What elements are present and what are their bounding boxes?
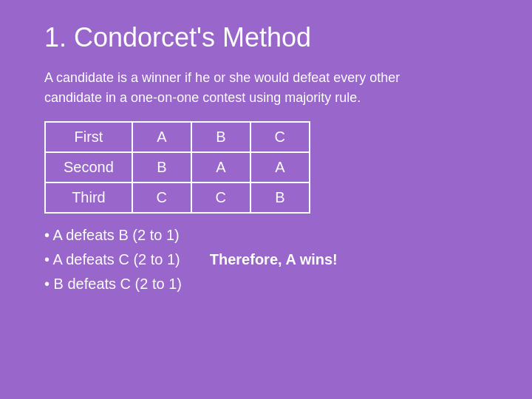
description-line2: candidate in a one-on-one contest using … (44, 90, 361, 105)
row-label: Second (45, 152, 132, 183)
table-row: FirstABC (45, 122, 310, 152)
table-row: ThirdCCB (45, 183, 310, 213)
bullet-row-1: • A defeats B (2 to 1) (44, 227, 495, 244)
bullet-1: • A defeats B (2 to 1) (44, 227, 180, 244)
row-label: Third (45, 183, 132, 213)
bullet-row-2: • A defeats C (2 to 1) Therefore, A wins… (44, 251, 495, 268)
voting-table-container: FirstABCSecondBAAThirdCCB (44, 121, 495, 214)
row-cell: B (191, 122, 250, 152)
row-label: First (45, 122, 132, 152)
row-cell: B (132, 152, 191, 183)
description: A candidate is a winner if he or she wou… (44, 68, 495, 108)
row-cell: C (250, 122, 310, 152)
row-cell: A (191, 152, 250, 183)
row-cell: B (250, 183, 310, 213)
row-cell: A (132, 122, 191, 152)
voting-table: FirstABCSecondBAAThirdCCB (44, 121, 310, 214)
slide-title: 1. Condorcet's Method (44, 22, 495, 53)
slide: 1. Condorcet's Method A candidate is a w… (0, 0, 532, 399)
row-cell: C (191, 183, 250, 213)
bullet-3: • B defeats C (2 to 1) (44, 276, 182, 293)
therefore-text: Therefore, A wins! (210, 251, 338, 268)
bullet-row-3: • B defeats C (2 to 1) (44, 276, 495, 293)
row-cell: C (132, 183, 191, 213)
row-cell: A (250, 152, 310, 183)
bullet-list: • A defeats B (2 to 1) • A defeats C (2 … (44, 227, 495, 293)
description-line1: A candidate is a winner if he or she wou… (44, 70, 400, 85)
table-row: SecondBAA (45, 152, 310, 183)
bullet-2: • A defeats C (2 to 1) (44, 251, 180, 268)
